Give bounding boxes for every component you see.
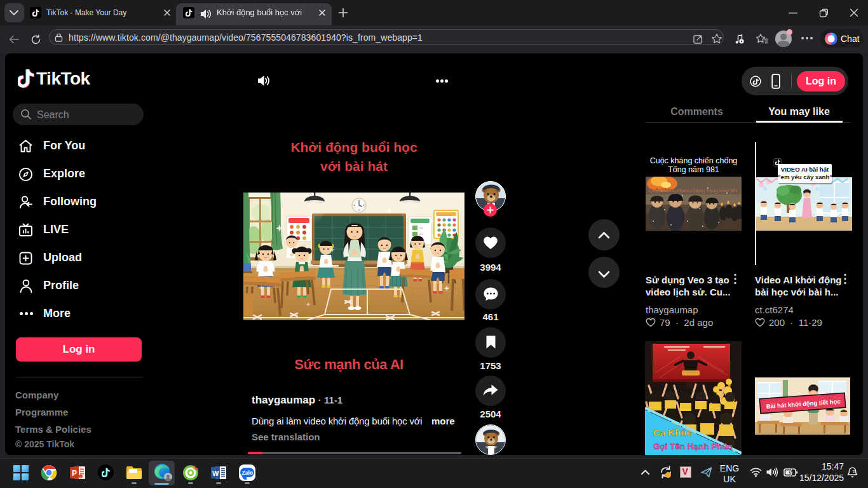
- svg-text:Ca Khúc: Ca Khúc: [653, 427, 692, 438]
- svg-text:⠿⠿: ⠿⠿: [419, 226, 423, 229]
- svg-text:P: P: [72, 469, 77, 478]
- svg-text:Cuộc kháng chiến chống Tống nă: Cuộc kháng chiến chống Tống năm 981: [649, 187, 738, 194]
- svg-text:z: z: [853, 469, 855, 473]
- svg-text:⠿⠿: ⠿⠿: [419, 233, 423, 236]
- svg-text:W: W: [212, 470, 219, 477]
- svg-text:Gọi Tên Hạnh Phúc: Gọi Tên Hạnh Phúc: [653, 442, 733, 451]
